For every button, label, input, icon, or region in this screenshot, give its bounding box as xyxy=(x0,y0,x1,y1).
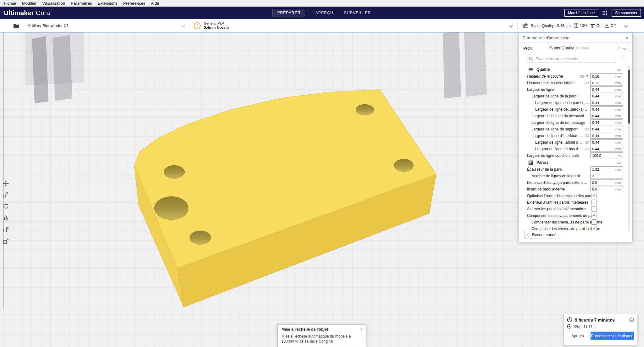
support-blocker-button[interactable] xyxy=(1,237,10,246)
setting-row-inner-wall-line-width[interactable]: Largeur de ligne de...paroi(s) interne(s… xyxy=(519,106,632,113)
setting-value-field[interactable]: 0.44mm xyxy=(590,126,623,132)
setting-value-field[interactable]: 0.44mm xyxy=(590,146,623,152)
setting-row-outer-before-inner[interactable]: Extérieur avant les parois intérieures xyxy=(519,199,632,206)
setting-row-support-line-width[interactable]: Largeur de ligne de support 0.44mm xyxy=(519,126,632,132)
configuration-bar: Artillery Sidewinder X1 ! Generic PLA 0.… xyxy=(0,19,644,32)
setting-row-outer-wall-inset[interactable]: Insert de paroi externe 0.0mm xyxy=(519,186,632,192)
open-file-button[interactable] xyxy=(11,21,21,30)
setting-value-field[interactable]: 0.44mm xyxy=(590,100,623,106)
setting-value-field[interactable]: 0.16mm xyxy=(590,73,623,79)
setting-value-field[interactable]: 0.44mm xyxy=(590,106,623,112)
print-settings-summary[interactable]: Super Quality - 0.16mm 10% On Off xyxy=(519,19,632,32)
setting-value-field[interactable]: 0.44mm xyxy=(590,93,623,99)
setting-row-alternate-extra-wall[interactable]: Alterner les parois supplémentaires xyxy=(519,206,632,212)
checkbox[interactable] xyxy=(591,200,597,205)
setting-row-top-bottom-line-width[interactable]: Largeur de la ligne du dessus/dessous 0.… xyxy=(519,113,632,119)
star-icon[interactable]: ☆ xyxy=(617,46,621,51)
setting-value-field[interactable]: 0.0mm xyxy=(590,186,623,192)
close-icon[interactable]: × xyxy=(625,35,629,41)
save-to-disk-button[interactable]: Enregistrer sur le disque xyxy=(591,332,634,340)
setting-row-optimize-wall-order[interactable]: Optimiser l'ordre d'impression des paroi… xyxy=(519,192,632,199)
setting-value-field[interactable]: 0.44mm xyxy=(590,113,623,119)
setting-row-outer-wall-wipe-distance[interactable]: Distance d'essuyage paroi extérieure 0.0… xyxy=(519,179,632,186)
dialog-message: Mise à l'échelle automatique du modèle à… xyxy=(281,334,360,344)
support-blocker-icon xyxy=(3,238,9,245)
mirror-icon xyxy=(3,215,9,221)
setting-value-field[interactable]: 0.0mm xyxy=(590,179,623,185)
setting-value-field[interactable]: 0.44mm xyxy=(590,139,623,145)
setting-row-compensate-outer-wall-overlaps[interactable]: Compenser les cheva...ts de paroi extern… xyxy=(519,219,632,225)
sign-in-button[interactable]: Se connecter xyxy=(612,9,641,17)
search-input[interactable] xyxy=(536,57,613,61)
marketplace-button[interactable]: Marché en ligne xyxy=(564,9,598,17)
setting-row-initial-layer-height[interactable]: Hauteur de la couche initiale 0.12mm xyxy=(519,80,632,86)
menu-item-aide[interactable]: Aide xyxy=(148,1,162,6)
model-hole-large xyxy=(154,196,188,220)
close-icon[interactable]: × xyxy=(360,326,363,332)
setting-row-line-width[interactable]: Largeur de ligne 0.44mm xyxy=(519,86,632,93)
setting-row-wall-thickness[interactable]: Épaisseur de la paroi 1.32mm xyxy=(519,166,632,173)
preview-button[interactable]: Aperçu xyxy=(567,332,588,340)
move-tool-button[interactable] xyxy=(1,179,10,188)
setting-row-wall-line-count[interactable]: Nombre de lignes de la paroi 3 xyxy=(519,173,632,179)
tab-apercu[interactable]: APERÇU xyxy=(315,9,334,17)
category-parois[interactable]: Parois xyxy=(519,159,632,166)
search-box[interactable] xyxy=(526,55,616,63)
menu-item-extensions[interactable]: Extensions xyxy=(95,1,120,6)
setting-row-support-interface-line-width[interactable]: Largeur de ligne d'interface de support … xyxy=(519,132,632,139)
setting-row-wall-line-width[interactable]: Largeur de ligne de la paroi 0.44mm xyxy=(519,93,632,99)
mirror-tool-button[interactable] xyxy=(1,213,10,223)
checkbox[interactable] xyxy=(591,206,597,212)
checkbox[interactable] xyxy=(591,226,597,231)
revert-icon[interactable]: ↺ xyxy=(586,74,589,78)
info-icon[interactable] xyxy=(629,317,634,322)
setting-value-field[interactable]: 0.44mm xyxy=(590,86,623,92)
setting-row-layer-height[interactable]: Hauteur de la couche ↺ 0.16mm xyxy=(519,73,632,80)
per-model-settings-button[interactable] xyxy=(1,225,10,234)
menu-item-fichier[interactable]: Fichier xyxy=(1,1,19,6)
checkbox[interactable] xyxy=(591,213,597,218)
setting-value-field[interactable]: 100.0% xyxy=(590,152,623,158)
tab-surveiller[interactable]: SURVEILLER xyxy=(343,9,372,17)
menu-item-preferences[interactable]: Préférences xyxy=(120,1,148,6)
setting-value-field[interactable]: 0.44mm xyxy=(590,133,623,139)
rotate-tool-button[interactable] xyxy=(1,202,10,211)
menu-item-modifier[interactable]: Modifier xyxy=(19,1,39,6)
material-selector[interactable]: ! Generic PLA 0.4mm Nozzle xyxy=(190,19,517,32)
printer-selector[interactable]: Artillery Sidewinder X1 xyxy=(23,19,190,32)
scale-tool-button[interactable] xyxy=(1,190,10,200)
chevron-left-icon xyxy=(527,233,530,236)
menu-item-visualisation[interactable]: Visualisation xyxy=(39,1,68,6)
checkbox[interactable] xyxy=(591,193,597,198)
checkbox[interactable] xyxy=(591,219,597,225)
setting-row-outer-wall-line-width[interactable]: Largeur de ligne de la paroi externe 0.4… xyxy=(519,99,632,106)
chevron-down-icon xyxy=(617,68,621,71)
recommended-mode-button[interactable]: Recommandé xyxy=(525,231,561,239)
filter-menu-icon[interactable]: ≡ xyxy=(622,55,625,61)
setting-row-infill-line-width[interactable]: Largeur de ligne de remplissage 0.44mm xyxy=(519,119,632,126)
setting-value-field[interactable]: 0.44mm xyxy=(590,119,623,125)
profile-dropdown[interactable]: Super Quality 0.12mm ☆ xyxy=(547,44,629,52)
toolbar-divider xyxy=(22,21,22,30)
setting-row-compensate-wall-overlaps[interactable]: Compenser les chevauchements de paroi xyxy=(519,212,632,219)
setting-value-field[interactable]: 3 xyxy=(590,173,623,179)
link-icon xyxy=(585,82,589,84)
category-qualite[interactable]: Qualité xyxy=(519,66,632,73)
nozzle-size: 0.4mm Nozzle xyxy=(204,25,229,30)
setting-row-support-roof-line-width[interactable]: Largeur de ligne...afond de support 0.44… xyxy=(519,139,632,146)
setting-row-support-floor-line-width[interactable]: Largeur de ligne de bas de support 0.44m… xyxy=(519,146,632,152)
model-hole xyxy=(190,231,211,245)
dialog-title: Mise à l'échelle de l'objet xyxy=(281,327,362,332)
model-3d[interactable] xyxy=(134,90,436,307)
tab-preparer[interactable]: PRÉPARER xyxy=(273,9,305,17)
apps-grid-icon[interactable] xyxy=(602,10,608,16)
chevron-down-icon xyxy=(617,161,621,164)
support-icon xyxy=(590,23,595,28)
menu-item-parametres[interactable]: Paramètres xyxy=(68,1,95,6)
setting-value-field[interactable]: 1.32mm xyxy=(590,166,623,172)
setting-row-initial-layer-line-width[interactable]: Largeur de ligne couche initiale 100.0% xyxy=(519,152,632,159)
material-name: Generic PLA xyxy=(204,21,229,25)
setting-value-field[interactable]: 0.12mm xyxy=(590,80,623,86)
active-profile-summary: Super Quality - 0.16mm xyxy=(531,24,571,28)
panel-scrollbar-thumb[interactable] xyxy=(628,70,630,124)
